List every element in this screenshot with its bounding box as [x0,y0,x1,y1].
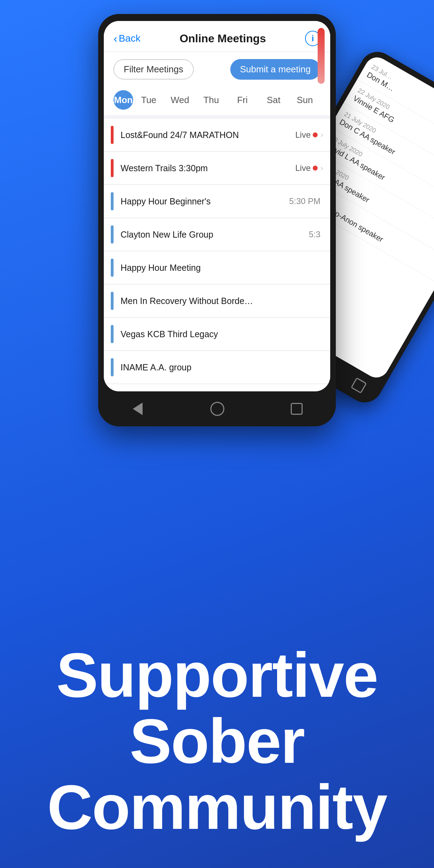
meeting-indicator [111,159,114,177]
meeting-indicator [111,259,114,277]
submit-label: Submit a meeting [240,64,311,74]
meeting-item[interactable]: L&F 2nd SPEAKER [104,384,330,391]
live-dot [313,166,318,171]
meeting-indicator [111,358,114,376]
meeting-indicator [111,126,114,144]
back-chevron-icon: ‹ [114,32,117,45]
filter-meetings-button[interactable]: Filter Meetings [114,59,194,79]
main-nav-bar [98,391,336,426]
header-row: ‹ Back Online Meetings i [114,31,320,46]
back-label: Back [119,33,140,44]
red-accent-bar [318,28,325,84]
day-item-wed[interactable]: Wed [164,92,195,108]
days-row: MonTueWedThuFriSatSun [104,87,330,115]
meeting-item[interactable]: Lost&Found 24/7 MARATHONLive› [104,119,330,151]
day-item-sun[interactable]: Sun [289,92,320,108]
day-item-mon[interactable]: Mon [114,90,133,110]
day-item-fri[interactable]: Fri [227,92,258,108]
meeting-indicator [111,225,114,244]
nav-recent-icon [291,403,303,415]
submit-meeting-button[interactable]: Submit a meeting [230,59,320,80]
meeting-item[interactable]: INAME A.A. group [104,351,330,384]
tagline: Supportive Sober Community [0,642,434,868]
back-button[interactable]: ‹ Back [114,32,140,45]
meeting-item[interactable]: Western Trails 3:30pmLive› [104,152,330,185]
live-badge: Live [295,163,318,173]
main-screen: ‹ Back Online Meetings i Filter Meetings… [104,21,330,391]
meeting-name: Happy Hour Meeting [121,263,323,273]
day-item-sat[interactable]: Sat [258,92,289,108]
live-badge: Live [295,130,318,140]
day-item-tue[interactable]: Tue [133,92,164,108]
tagline-line1: Supportive [56,640,378,710]
meeting-name: INAME A.A. group [121,362,323,372]
tagline-line2: Sober [130,706,304,776]
meeting-item[interactable]: Happy Hour Beginner's5:30 PM [104,185,330,218]
nav-back-icon [133,403,143,415]
day-item-thu[interactable]: Thu [196,92,227,108]
recent-nav-icon-2 [351,377,367,393]
meeting-name: Men In Recovery Without Borde… [121,296,323,306]
live-label: Live [295,163,311,173]
meeting-name: Clayton New Life Group [121,230,309,240]
meeting-item[interactable]: Clayton New Life Group5:3 [104,218,330,251]
meeting-indicator [111,192,114,210]
chevron-right-icon: › [320,163,323,173]
live-label: Live [295,130,311,140]
meeting-time: 5:3 [309,230,320,239]
meeting-time: 5:30 PM [289,196,320,206]
meeting-item[interactable]: Happy Hour Meeting [104,252,330,284]
meeting-name: Western Trails 3:30pm [121,163,295,173]
page-title: Online Meetings [180,32,266,45]
nav-home-icon [210,402,224,416]
app-header: ‹ Back Online Meetings i [104,21,330,52]
meeting-name: Vegas KCB Third Legacy [121,329,323,339]
main-phone: ‹ Back Online Meetings i Filter Meetings… [98,14,336,426]
meeting-item[interactable]: Men In Recovery Without Borde… [104,285,330,317]
filter-label: Filter Meetings [124,64,183,74]
meeting-name: Happy Hour Beginner's [121,196,289,207]
tagline-line3: Community [47,772,387,842]
info-icon: i [312,34,314,43]
live-dot [313,132,318,137]
meeting-indicator [111,292,114,310]
meeting-indicator [111,325,114,343]
filter-row: Filter Meetings Submit a meeting [104,52,330,87]
meetings-list: Lost&Found 24/7 MARATHONLive›Western Tra… [104,115,330,391]
meeting-item[interactable]: Vegas KCB Third Legacy [104,318,330,350]
meeting-name: Lost&Found 24/7 MARATHON [121,130,295,140]
chevron-right-icon: › [320,130,323,140]
